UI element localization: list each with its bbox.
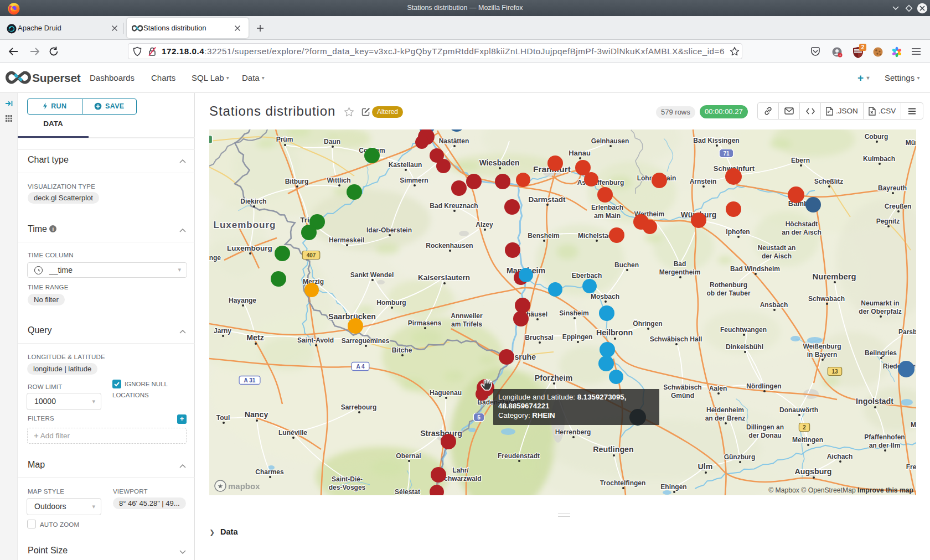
svg-text:Prüm: Prüm	[276, 136, 293, 143]
svg-text:Öhringen: Öhringen	[633, 319, 662, 328]
svg-text:häusel: häusel	[526, 310, 547, 318]
svg-text:Sélestat: Sélestat	[395, 488, 420, 495]
svg-text:Charmes: Charmes	[255, 468, 284, 476]
svg-text:ange: ange	[209, 254, 221, 262]
svg-text:mapbox: mapbox	[228, 481, 260, 491]
svg-text:Buchen: Buchen	[614, 261, 639, 269]
svg-text:Pegnitz: Pegnitz	[876, 217, 900, 225]
svg-text:Ebern: Ebern	[791, 157, 810, 164]
svg-text:Erlenbach: Erlenbach	[591, 204, 623, 211]
svg-text:Meitingen: Meitingen	[792, 436, 823, 444]
svg-text:Annweiler: Annweiler	[451, 312, 483, 320]
svg-text:Ehingen: Ehingen	[660, 483, 686, 491]
svg-text:407: 407	[307, 252, 316, 258]
svg-text:2: 2	[803, 424, 806, 431]
svg-text:Günzburg: Günzburg	[724, 453, 756, 461]
svg-text:71: 71	[723, 151, 730, 157]
svg-text:Sarrebourg: Sarrebourg	[341, 403, 377, 411]
svg-text:13: 13	[831, 369, 838, 375]
svg-text:Reutlingen: Reutlingen	[593, 445, 633, 454]
svg-text:Dinkelsbühl: Dinkelsbühl	[726, 343, 763, 351]
svg-text:Sinsheim: Sinsheim	[559, 309, 588, 317]
svg-text:Lahr/: Lahr/	[452, 466, 469, 474]
svg-text:Luxembourg: Luxembourg	[214, 220, 276, 230]
svg-text:Feuchtwangen: Feuchtwangen	[720, 326, 767, 334]
svg-text:Hermeskeil: Hermeskeil	[329, 236, 364, 244]
svg-text:Kaiserslautern: Kaiserslautern	[418, 273, 470, 282]
svg-text:Simmern: Simmern	[400, 177, 428, 184]
svg-text:Nastätten: Nastätten	[439, 137, 469, 145]
svg-text:© Mapbox © OpenStreetMap Impro: © Mapbox © OpenStreetMap Improve this ma…	[768, 486, 913, 494]
svg-text:Schwabach: Schwabach	[808, 295, 845, 303]
svg-text:Freising: Freising	[906, 463, 916, 471]
svg-text:★: ★	[218, 483, 223, 489]
svg-text:Mergentheim: Mergentheim	[659, 268, 701, 276]
svg-text:am Trifels: am Trifels	[451, 320, 482, 328]
svg-text:Ulm: Ulm	[698, 462, 713, 471]
svg-text:Mainburg: Mainburg	[911, 421, 916, 429]
svg-text:5: 5	[477, 414, 480, 421]
svg-text:Sarreguemines: Sarreguemines	[342, 337, 390, 345]
svg-text:Schwäbisch Hall: Schwäbisch Hall	[650, 335, 702, 343]
svg-text:der Oberpfalz: der Oberpfalz	[859, 308, 901, 315]
svg-text:A 31: A 31	[244, 377, 256, 383]
svg-text:Gelnhausen: Gelnhausen	[591, 137, 629, 145]
svg-text:der Aisch: der Aisch	[762, 252, 792, 260]
svg-text:Bitche: Bitche	[392, 346, 412, 354]
svg-text:A 4: A 4	[356, 364, 365, 370]
svg-text:Nördlingen: Nördlingen	[746, 382, 781, 390]
svg-text:Aichach: Aichach	[827, 453, 853, 460]
svg-text:Heidenheim: Heidenheim	[706, 406, 744, 414]
svg-text:Freudenstadt: Freudenstadt	[498, 452, 540, 460]
svg-text:Donauwörth: Donauwörth	[779, 406, 818, 414]
svg-text:Diekirch: Diekirch	[240, 198, 266, 205]
svg-text:an der Aisch: an der Aisch	[782, 229, 822, 236]
svg-text:Gmünd: Gmünd	[671, 392, 694, 400]
svg-text:Rockenhausen: Rockenhausen	[426, 242, 473, 250]
svg-text:Wiesbaden: Wiesbaden	[479, 159, 520, 167]
svg-text:Hanau: Hanau	[569, 149, 591, 157]
svg-text:Bad Kissingen: Bad Kissingen	[693, 137, 739, 144]
svg-text:Eppingen: Eppingen	[562, 333, 593, 341]
svg-text:Kulmbach: Kulmbach	[863, 155, 895, 163]
svg-text:Höchstadt: Höchstadt	[786, 220, 818, 228]
svg-text:Nuremberg: Nuremberg	[813, 272, 856, 281]
svg-text:Münch: Münch	[906, 139, 916, 147]
svg-text:Haguenau: Haguenau	[430, 389, 462, 397]
svg-text:Saint-Dié-: Saint-Dié-	[332, 475, 363, 483]
svg-text:Bayreuth: Bayreuth	[878, 184, 907, 192]
svg-text:in Bayern: in Bayern	[807, 351, 838, 359]
svg-text:Bensheim: Bensheim	[528, 232, 559, 240]
svg-text:Neumarkt in: Neumarkt in	[861, 299, 899, 307]
svg-text:Ingolstadt: Ingolstadt	[856, 397, 893, 406]
svg-text:an der Ilm: an der Ilm	[869, 442, 901, 449]
svg-text:Daun: Daun	[324, 138, 340, 146]
svg-text:Bad: Bad	[674, 260, 686, 268]
svg-text:Ansbach: Ansbach	[760, 301, 788, 309]
svg-text:Trochtelfingen: Trochtelfingen	[600, 479, 646, 487]
svg-text:Creußen: Creußen	[885, 203, 912, 210]
svg-text:des-Vosges: des-Vosges	[329, 484, 366, 491]
svg-text:Eberbach: Eberbach	[572, 272, 602, 279]
svg-text:Herrenberg: Herrenberg	[555, 428, 591, 436]
svg-text:Rothenburg: Rothenburg	[710, 281, 747, 289]
svg-text:Heilbronn: Heilbronn	[596, 328, 633, 337]
svg-text:Wittlich: Wittlich	[327, 177, 350, 184]
svg-text:Aalen: Aalen	[709, 385, 727, 392]
svg-text:Beilngries: Beilngries	[865, 349, 897, 357]
svg-text:Strasbourg: Strasbourg	[420, 429, 462, 438]
svg-text:Idar-Oberstein: Idar-Oberstein	[366, 226, 412, 234]
svg-text:Darmstadt: Darmstadt	[529, 195, 566, 204]
svg-text:Luxembourg: Luxembourg	[227, 244, 272, 252]
svg-text:Coburg: Coburg	[865, 133, 888, 141]
svg-text:Homburg: Homburg	[376, 299, 406, 307]
svg-text:Neustadt an: Neustadt an	[758, 244, 796, 252]
svg-text:Pfaffenhofen: Pfaffenhofen	[864, 433, 905, 441]
svg-text:Schwäbisch: Schwäbisch	[663, 383, 701, 391]
svg-text:Jarny: Jarny	[214, 327, 231, 335]
svg-text:Saint-Avold: Saint-Avold	[297, 336, 334, 344]
svg-text:Bitburg: Bitburg	[285, 178, 309, 185]
svg-text:Mosbach: Mosbach	[591, 293, 619, 300]
svg-text:Obernai: Obernai	[396, 452, 421, 460]
svg-text:Bad Kreuznach: Bad Kreuznach	[430, 202, 478, 210]
